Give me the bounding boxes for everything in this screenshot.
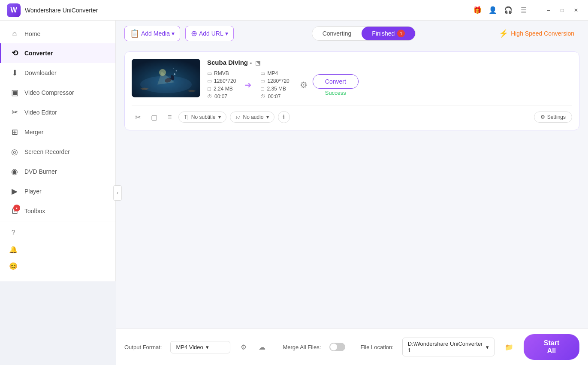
svg-point-5 xyxy=(174,73,175,75)
toolbox-badge: • xyxy=(13,205,20,211)
high-speed-button[interactable]: ⚡ High Speed Conversion xyxy=(494,26,579,41)
sidebar-item-video-editor[interactable]: ✂ Video Editor xyxy=(0,103,115,122)
output-format-label: Output Format: xyxy=(124,344,162,350)
sidebar-item-converter[interactable]: ⟲ Converter xyxy=(0,43,115,63)
merge-label: Merge All Files: xyxy=(283,344,321,350)
sidebar-item-dvd-burner[interactable]: ◉ DVD Burner xyxy=(0,162,115,181)
sidebar: ⌂ Home ⟲ Converter ⬇ Downloader ▣ Video … xyxy=(0,21,116,281)
subtitle-select[interactable]: T| No subtitle ▾ xyxy=(178,112,226,123)
home-icon: ⌂ xyxy=(10,29,19,38)
target-format-item: ▭ MP4 xyxy=(260,70,289,76)
source-format-item: ▭ RMVB xyxy=(207,70,236,76)
convert-button[interactable]: Convert xyxy=(313,74,359,89)
convert-arrow-icon: ➜ xyxy=(241,80,255,90)
file-settings-icon-wrapper: ⚙ xyxy=(300,80,308,90)
crop-icon[interactable]: ▢ xyxy=(148,112,161,123)
file-location-value: D:\Wondershare UniConverter 1 xyxy=(408,341,483,353)
topbar: 📋 Add Media ▾ ⊕ Add URL ▾ Converting Fin… xyxy=(116,21,588,46)
source-duration-icon: ⏱ xyxy=(207,94,212,100)
audio-label: No audio xyxy=(243,114,264,120)
high-speed-label: High Speed Conversion xyxy=(511,30,574,37)
window-controls: 🎁 👤 🎧 ☰ – □ ✕ xyxy=(471,4,581,16)
start-all-button[interactable]: Start All xyxy=(524,334,579,360)
output-format-select[interactable]: MP4 Video ▾ xyxy=(170,341,230,353)
converter-icon: ⟲ xyxy=(10,48,19,58)
notifications-button[interactable]: 🔔 xyxy=(0,241,115,258)
subtitle-label: No subtitle xyxy=(191,114,216,120)
sidebar-item-screen-recorder[interactable]: ◎ Screen Recorder xyxy=(0,142,115,162)
sidebar-item-player[interactable]: ▶ Player xyxy=(0,181,115,201)
svg-point-7 xyxy=(173,68,174,69)
menu-icon[interactable]: ☰ xyxy=(518,4,530,16)
folder-icon[interactable]: 📁 xyxy=(503,341,515,353)
audio-select[interactable]: ♪♪ No audio ▾ xyxy=(230,112,274,123)
headphone-icon[interactable]: 🎧 xyxy=(502,4,514,16)
file-location-select[interactable]: D:\Wondershare UniConverter 1 ▾ xyxy=(402,338,495,356)
info-icon[interactable]: ℹ xyxy=(278,111,290,123)
tab-finished[interactable]: Finished 1 xyxy=(362,27,415,40)
sidebar-item-video-compressor[interactable]: ▣ Video Compressor xyxy=(0,83,115,103)
output-format-chevron: ▾ xyxy=(206,344,209,350)
dvd-burner-icon: ◉ xyxy=(10,167,19,176)
settings-button[interactable]: ⚙ Settings xyxy=(534,112,572,123)
titlebar: W Wondershare UniConverter 🎁 👤 🎧 ☰ – □ ✕ xyxy=(0,0,588,21)
downloader-icon: ⬇ xyxy=(10,68,19,78)
add-media-button[interactable]: 📋 Add Media ▾ xyxy=(124,26,180,41)
feedback-button[interactable]: 😊 xyxy=(0,258,115,275)
format-row: ▭ RMVB ▭ 1280*720 ◻ 2.24 MB xyxy=(207,70,572,100)
merge-toggle[interactable] xyxy=(329,343,345,351)
sidebar-label-player: Player xyxy=(24,188,42,195)
feedback-icon: 😊 xyxy=(9,262,18,270)
sidebar-item-home[interactable]: ⌂ Home xyxy=(0,24,115,43)
sidebar-label-video-compressor: Video Compressor xyxy=(24,89,74,96)
finished-badge: 1 xyxy=(397,30,405,37)
app-title: Wondershare UniConverter xyxy=(25,7,471,14)
file-settings-icon[interactable]: ⚙ xyxy=(300,80,308,90)
sidebar-label-downloader: Downloader xyxy=(24,69,57,76)
cloud-icon[interactable]: ☁ xyxy=(257,341,267,353)
tab-converting[interactable]: Converting xyxy=(312,27,362,40)
maximize-button[interactable]: □ xyxy=(557,5,567,15)
sidebar-item-merger[interactable]: ⊞ Merger xyxy=(0,122,115,142)
file-title-row: Scuba Diving - ⬔ xyxy=(207,59,572,66)
player-icon: ▶ xyxy=(10,187,19,196)
add-media-icon: 📋 xyxy=(130,29,139,38)
close-button[interactable]: ✕ xyxy=(571,5,581,15)
scissors-icon[interactable]: ✂ xyxy=(132,112,144,123)
add-media-chevron: ▾ xyxy=(172,30,175,37)
video-compressor-icon: ▣ xyxy=(10,88,19,97)
source-size-label: 2.24 MB xyxy=(214,86,233,92)
notifications-icon: 🔔 xyxy=(9,245,18,253)
help-button[interactable]: ? xyxy=(0,225,115,241)
source-duration-label: 00:07 xyxy=(214,94,227,100)
file-info: Scuba Diving - ⬔ ▭ RMVB xyxy=(207,59,572,100)
tab-toggle: Converting Finished 1 xyxy=(312,26,416,41)
external-link-icon[interactable]: ⬔ xyxy=(255,59,261,66)
list-icon[interactable]: ≡ xyxy=(164,112,175,123)
sidebar-item-downloader[interactable]: ⬇ Downloader xyxy=(0,63,115,83)
target-format-block: ▭ MP4 ▭ 1280*720 ◻ 2.35 MB xyxy=(260,70,289,100)
target-size-label: 2.35 MB xyxy=(267,86,286,92)
target-duration-icon: ⏱ xyxy=(260,94,265,100)
sidebar-item-toolbox[interactable]: ⊡ Toolbox • xyxy=(0,201,115,221)
bottom-bar: Output Format: MP4 Video ▾ ⚙ ☁ Merge All… xyxy=(116,329,588,365)
output-settings-icon[interactable]: ⚙ xyxy=(239,341,248,353)
user-icon[interactable]: 👤 xyxy=(487,4,499,16)
add-url-button[interactable]: ⊕ Add URL ▾ xyxy=(185,26,234,41)
target-resolution-item: ▭ 1280*720 xyxy=(260,78,289,84)
audio-chevron: ▾ xyxy=(266,114,269,120)
collapse-sidebar-button[interactable]: ‹ xyxy=(113,185,122,201)
minimize-button[interactable]: – xyxy=(543,5,554,15)
video-editor-icon: ✂ xyxy=(10,108,19,117)
sidebar-label-toolbox: Toolbox xyxy=(24,208,45,214)
screen-recorder-icon: ◎ xyxy=(10,147,19,157)
source-size-item: ◻ 2.24 MB xyxy=(207,86,236,92)
gift-icon[interactable]: 🎁 xyxy=(471,4,483,16)
target-duration-item: ⏱ 00:07 xyxy=(260,94,289,100)
file-location-chevron: ▾ xyxy=(486,344,489,350)
file-card-actions: ✂ ▢ ≡ T| No subtitle ▾ ♪♪ No audio ▾ ℹ xyxy=(132,106,572,123)
target-size-item: ◻ 2.35 MB xyxy=(260,86,289,92)
target-resolution-label: 1280*720 xyxy=(267,78,289,84)
source-resolution-icon: ▭ xyxy=(207,78,212,84)
add-url-icon: ⊕ xyxy=(191,29,197,38)
